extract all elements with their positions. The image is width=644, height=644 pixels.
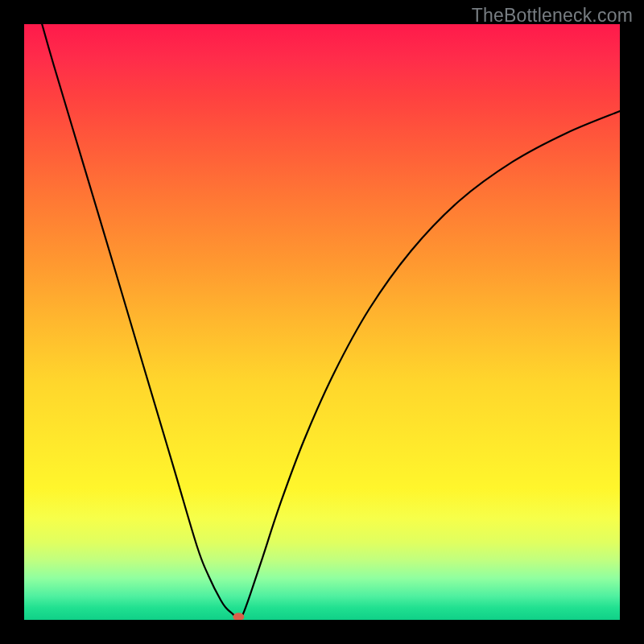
chart-frame: TheBottleneck.com — [0, 0, 644, 644]
curve-svg — [24, 24, 620, 620]
curve-left-branch — [42, 24, 238, 620]
curve-right-branch — [238, 111, 620, 620]
plot-area — [24, 24, 620, 620]
watermark-text: TheBottleneck.com — [472, 5, 633, 27]
